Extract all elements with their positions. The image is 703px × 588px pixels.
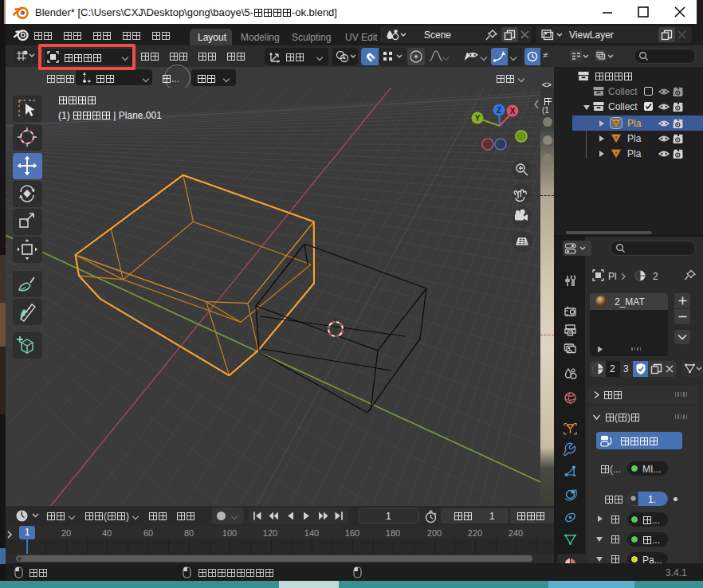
svg-text:Y: Y <box>475 114 481 123</box>
svg-text:Z: Z <box>497 106 501 115</box>
svg-text:X: X <box>510 107 516 116</box>
